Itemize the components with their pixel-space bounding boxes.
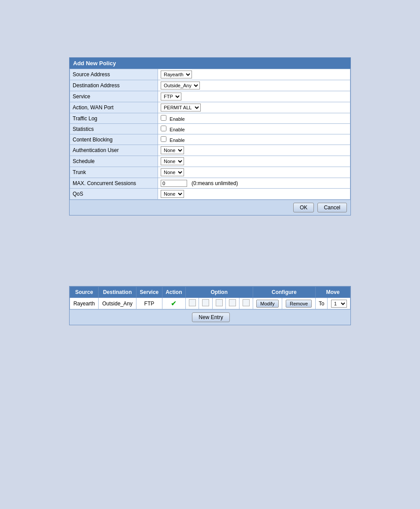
label-trunk: Trunk <box>70 167 158 178</box>
ok-button[interactable]: OK <box>293 203 314 212</box>
enable-label-traffic-log: Enable <box>169 116 184 122</box>
value-trunk: None <box>158 167 350 178</box>
row-content-blocking: Content Blocking Enable <box>70 134 350 145</box>
col-service: Service <box>136 287 162 298</box>
modify-button[interactable]: Modify <box>256 300 278 308</box>
option-cell-5 <box>239 298 253 309</box>
enable-label-statistics: Enable <box>169 127 184 132</box>
value-content-blocking: Enable <box>158 134 350 145</box>
label-traffic-log: Traffic Log <box>70 113 158 124</box>
cell-source: Rayearth <box>70 298 99 309</box>
row-source-address: Source Address Rayearth <box>70 69 350 80</box>
value-auth-user: None <box>158 145 350 156</box>
remove-button[interactable]: Remove <box>286 300 312 308</box>
cell-move-value: 1 <box>328 298 350 309</box>
col-destination: Destination <box>99 287 136 298</box>
label-qos: QoS <box>70 189 158 200</box>
select-auth-user[interactable]: None <box>161 146 184 154</box>
checkbox-statistics[interactable] <box>161 126 166 131</box>
table-row: Rayearth Outside_Any FTP ✔ Modify <box>70 298 350 309</box>
option-cell-1 <box>185 298 199 309</box>
value-statistics: Enable <box>158 124 350 134</box>
option-cell-3 <box>212 298 226 309</box>
row-qos: QoS None <box>70 189 350 200</box>
checkbox-content-blocking[interactable] <box>161 136 166 142</box>
value-service: FTP <box>158 91 350 102</box>
select-source-address[interactable]: Rayearth <box>161 71 192 78</box>
row-traffic-log: Traffic Log Enable <box>70 113 350 124</box>
policy-table-container: Source Destination Service Action Option… <box>69 286 351 325</box>
move-to-label: To <box>319 301 324 307</box>
move-select[interactable]: 1 <box>331 300 347 308</box>
value-action-wan-port: PERMIT ALL <box>158 102 350 113</box>
option-box-4 <box>229 299 236 306</box>
cell-destination: Outside_Any <box>99 298 136 309</box>
note-max-sessions: (0:means unlimited) <box>188 180 238 186</box>
cell-move-to: To <box>316 298 328 309</box>
new-entry-button[interactable]: New Entry <box>192 312 229 322</box>
option-box-2 <box>202 299 209 306</box>
select-schedule[interactable]: None <box>161 157 184 165</box>
label-max-sessions: MAX. Concurrent Sessions <box>70 178 158 189</box>
row-trunk: Trunk None <box>70 167 350 178</box>
row-schedule: Schedule None <box>70 156 350 167</box>
select-service[interactable]: FTP <box>161 93 181 100</box>
row-service: Service FTP <box>70 91 350 102</box>
label-auth-user: Authentication User <box>70 145 158 156</box>
col-source: Source <box>70 287 99 298</box>
enable-label-content-blocking: Enable <box>169 137 184 143</box>
cell-service: FTP <box>136 298 162 309</box>
policy-table-footer: New Entry <box>70 309 350 325</box>
action-checkmark: ✔ <box>171 300 177 307</box>
select-action-wan-port[interactable]: PERMIT ALL <box>161 104 201 111</box>
policy-form-table: Source Address Rayearth Destination Addr… <box>70 69 350 200</box>
value-source-address: Rayearth <box>158 69 350 80</box>
cell-modify: Modify <box>253 298 282 309</box>
option-box-1 <box>189 299 196 306</box>
input-max-sessions[interactable] <box>161 180 187 187</box>
policy-list-table: Source Destination Service Action Option… <box>70 286 350 309</box>
col-move: Move <box>316 287 350 298</box>
option-box-5 <box>243 299 250 306</box>
label-schedule: Schedule <box>70 156 158 167</box>
label-source-address: Source Address <box>70 69 158 80</box>
table-header-row: Source Destination Service Action Option… <box>70 287 350 298</box>
value-destination-address: Outside_Any <box>158 80 350 91</box>
row-max-sessions: MAX. Concurrent Sessions (0:means unlimi… <box>70 178 350 189</box>
label-destination-address: Destination Address <box>70 80 158 91</box>
checkbox-traffic-log[interactable] <box>161 115 166 121</box>
row-destination-address: Destination Address Outside_Any <box>70 80 350 91</box>
select-qos[interactable]: None <box>161 190 184 198</box>
label-service: Service <box>70 91 158 102</box>
value-traffic-log: Enable <box>158 113 350 124</box>
label-action-wan-port: Action, WAN Port <box>70 102 158 113</box>
row-action-wan-port: Action, WAN Port PERMIT ALL <box>70 102 350 113</box>
option-box-3 <box>216 299 223 306</box>
value-max-sessions: (0:means unlimited) <box>158 178 350 189</box>
option-cell-2 <box>199 298 213 309</box>
value-schedule: None <box>158 156 350 167</box>
select-trunk[interactable]: None <box>161 168 184 176</box>
form-title: Add New Policy <box>70 58 350 69</box>
page-wrapper: Add New Policy Source Address Rayearth D… <box>0 0 420 509</box>
value-qos: None <box>158 189 350 200</box>
label-content-blocking: Content Blocking <box>70 134 158 145</box>
form-footer: OK Cancel <box>70 200 350 215</box>
policy-form-container: Add New Policy Source Address Rayearth D… <box>69 57 351 215</box>
option-cell-4 <box>226 298 239 309</box>
col-action: Action <box>162 287 185 298</box>
row-auth-user: Authentication User None <box>70 145 350 156</box>
col-configure: Configure <box>253 287 316 298</box>
label-statistics: Statistics <box>70 124 158 134</box>
row-statistics: Statistics Enable <box>70 124 350 134</box>
cell-action: ✔ <box>162 298 185 309</box>
cell-remove: Remove <box>282 298 316 309</box>
select-destination-address[interactable]: Outside_Any <box>161 82 200 89</box>
cancel-button[interactable]: Cancel <box>317 203 347 212</box>
col-option: Option <box>185 287 253 298</box>
